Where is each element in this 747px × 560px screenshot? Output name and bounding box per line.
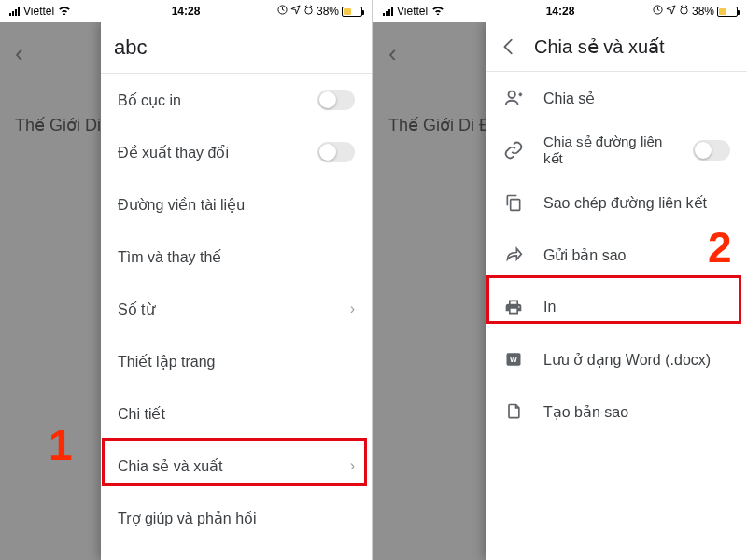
- menu-details[interactable]: Chi tiết: [101, 387, 372, 440]
- location-icon: [666, 5, 676, 18]
- label: Trợ giúp và phản hồi: [118, 510, 355, 527]
- status-time: 14:28: [172, 5, 201, 18]
- panel-back-button[interactable]: [499, 36, 519, 57]
- printer-icon: [502, 296, 525, 318]
- toggle-print-layout[interactable]: [317, 90, 355, 110]
- copy-icon: [502, 191, 525, 214]
- phone-left: Viettel 14:28 38% ‹ Thế Giới Di Đ abc: [0, 0, 374, 560]
- status-right: 38%: [653, 5, 738, 18]
- panel-title: abc: [114, 35, 147, 60]
- menu-list: Chia sẻ Chia sẻ đường liên kết Sao chép …: [486, 72, 747, 560]
- word-file-icon: W: [502, 348, 525, 371]
- label: Chia sẻ: [543, 90, 730, 107]
- battery-icon: [717, 7, 738, 17]
- menu-copy-link[interactable]: Sao chép đường liên kết: [486, 176, 747, 229]
- status-left: Viettel: [9, 5, 71, 18]
- label: Tạo bản sao: [543, 403, 730, 421]
- status-time: 14:28: [546, 5, 575, 18]
- share-arrow-icon: [502, 244, 525, 266]
- person-add-icon: [502, 87, 525, 109]
- panel-header: Chia sẻ và xuất: [486, 22, 747, 71]
- menu-suggest-changes[interactable]: Đề xuất thay đổi: [101, 126, 372, 178]
- menu-print-layout[interactable]: Bố cục in: [101, 74, 372, 126]
- signal-icon: [383, 7, 393, 16]
- menu-save-word[interactable]: W Lưu ở dạng Word (.docx): [486, 333, 747, 385]
- battery-pct: 38%: [317, 5, 339, 18]
- status-left: Viettel: [383, 5, 444, 18]
- toggle-suggest-changes[interactable]: [317, 142, 355, 162]
- battery-icon: [342, 7, 362, 17]
- file-copy-icon: [502, 400, 525, 423]
- share-export-panel: Chia sẻ và xuất Chia sẻ Chia sẻ đường li…: [486, 22, 747, 560]
- location-icon: [290, 5, 301, 18]
- label: Chi tiết: [118, 405, 355, 423]
- menu-print[interactable]: In: [486, 281, 747, 333]
- menu-page-setup[interactable]: Thiết lập trang: [101, 335, 372, 387]
- menu-make-copy[interactable]: Tạo bản sao: [486, 385, 747, 438]
- alarm-icon: [679, 5, 689, 18]
- label: Bố cục in: [118, 91, 299, 109]
- menu-list: Bố cục in Đề xuất thay đổi Đường viền tà…: [101, 74, 372, 560]
- panel-header: abc: [101, 22, 372, 73]
- menu-help-feedback[interactable]: Trợ giúp và phản hồi: [101, 492, 372, 544]
- panel-title: Chia sẻ và xuất: [534, 35, 665, 58]
- svg-rect-5: [511, 200, 520, 211]
- rotation-lock-icon: [277, 5, 288, 18]
- label: Chia sẻ đường liên kết: [543, 133, 674, 167]
- label: Thiết lập trang: [118, 353, 355, 371]
- alarm-icon: [303, 5, 314, 18]
- label: Tìm và thay thế: [118, 248, 355, 266]
- carrier-label: Viettel: [23, 5, 54, 18]
- menu-word-count[interactable]: Số từ ›: [101, 283, 372, 335]
- status-right: 38%: [277, 5, 362, 18]
- chevron-right-icon: ›: [350, 301, 355, 317]
- label: Sao chép đường liên kết: [543, 194, 730, 212]
- status-bar: Viettel 14:28 38%: [374, 0, 747, 22]
- menu-find-replace[interactable]: Tìm và thay thế: [101, 231, 372, 283]
- status-bar: Viettel 14:28 38%: [0, 0, 372, 22]
- label: Số từ: [118, 301, 331, 318]
- svg-point-4: [509, 91, 515, 98]
- menu-send-copy[interactable]: Gửi bản sao: [486, 229, 747, 281]
- label: Chia sẻ và xuất: [118, 457, 331, 475]
- toggle-share-link[interactable]: [693, 140, 730, 161]
- label: Gửi bản sao: [543, 246, 730, 264]
- menu-share[interactable]: Chia sẻ: [486, 72, 747, 124]
- label: Lưu ở dạng Word (.docx): [543, 351, 730, 369]
- rotation-lock-icon: [653, 5, 663, 18]
- label: Đề xuất thay đổi: [118, 144, 299, 161]
- label: Đường viền tài liệu: [118, 196, 355, 214]
- svg-point-3: [681, 7, 687, 14]
- carrier-label: Viettel: [397, 5, 428, 18]
- chevron-right-icon: ›: [350, 457, 355, 474]
- options-panel: abc Bố cục in Đề xuất thay đổi Đường viề…: [101, 22, 372, 560]
- svg-text:W: W: [510, 355, 517, 364]
- wifi-icon: [431, 5, 444, 18]
- label: In: [543, 299, 730, 315]
- link-icon: [502, 139, 525, 161]
- wifi-icon: [58, 5, 71, 18]
- svg-point-1: [305, 7, 312, 14]
- signal-icon: [9, 7, 20, 16]
- phone-right: Viettel 14:28 38% ‹ Thế Giới Di Đ: [374, 0, 747, 560]
- menu-share-link[interactable]: Chia sẻ đường liên kết: [486, 124, 747, 176]
- battery-pct: 38%: [692, 5, 714, 18]
- menu-document-outline[interactable]: Đường viền tài liệu: [101, 178, 372, 231]
- screenshot-pair: Viettel 14:28 38% ‹ Thế Giới Di Đ abc: [0, 0, 747, 560]
- menu-share-export[interactable]: Chia sẻ và xuất ›: [101, 440, 372, 492]
